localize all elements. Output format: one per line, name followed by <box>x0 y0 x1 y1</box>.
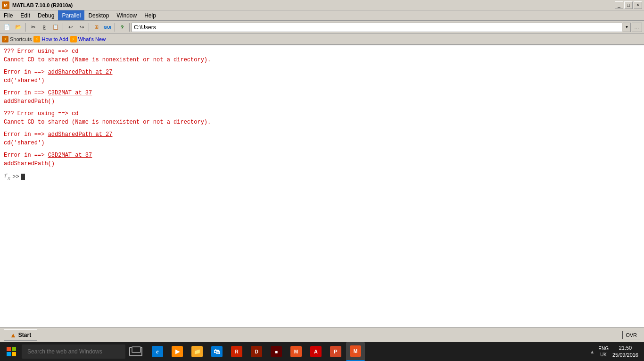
start-button[interactable]: ▲ Start <box>4 329 37 341</box>
error-link-c3d2mat-37-1[interactable]: C3D2MAT at 37 <box>48 90 92 96</box>
taskbar-ppt-icon[interactable]: P <box>326 342 345 361</box>
error-line-5-1: Error in ==> addSharedPath at 27 <box>4 130 640 139</box>
menu-edit[interactable]: Edit <box>17 10 34 20</box>
shortcut-whats-new-icon: ⚡ <box>70 36 77 42</box>
toolbar-undo-button[interactable]: ↩ <box>65 22 75 33</box>
error-block-6: Error in ==> C3D2MAT at 37 addSharedPath… <box>4 151 640 168</box>
svg-rect-2 <box>7 352 11 356</box>
shortcuts-icon: ⚡ <box>2 36 8 42</box>
error-line-4-1: ??? Error using ==> cd <box>4 109 640 118</box>
toolbar-browse-button[interactable]: … <box>632 23 642 32</box>
error-line-4-2: Cannot CD to shared (Name is nonexistent… <box>4 118 640 126</box>
menu-file[interactable]: File <box>0 10 17 20</box>
start-label: Start <box>18 332 31 338</box>
shortcut-how-to-add[interactable]: ⚡ How to Add <box>33 36 68 42</box>
taskbar-adobe-icon[interactable]: A <box>306 342 325 361</box>
error-line-2-2: cd('shared') <box>4 76 640 85</box>
toolbar-path-dropdown[interactable]: ▼ <box>623 23 631 32</box>
menubar: File Edit Debug Parallel Desktop Window … <box>0 10 644 21</box>
toolbar-separator-4 <box>115 23 115 32</box>
taskbar-matlab-active-icon[interactable]: M <box>346 342 365 361</box>
toolbar-paste-button[interactable]: 📋 <box>50 22 61 33</box>
windows-start-button[interactable] <box>2 342 21 361</box>
shortcut-whats-new[interactable]: ⚡ What's New <box>70 36 106 42</box>
titlebar-title: MATLAB 7.10.0 (R2010a) <box>12 2 73 8</box>
taskbar-locale: ENG UK <box>598 345 609 358</box>
taskbar-search-input[interactable] <box>22 344 125 359</box>
toolbar-help-button[interactable]: ? <box>117 22 127 33</box>
cursor <box>21 174 25 180</box>
shortcut-how-to-add-label: How to Add <box>41 36 68 42</box>
error-block-4: ??? Error using ==> cd Cannot CD to shar… <box>4 109 640 126</box>
taskbar-matlab-icon[interactable]: M <box>287 342 305 361</box>
toolbar-simulink-button[interactable]: ⊞ <box>91 22 101 33</box>
taskbar-lang: ENG <box>598 345 609 352</box>
taskbar-store-icon[interactable]: 🛍 <box>207 342 226 361</box>
error-block-3: Error in ==> C3D2MAT at 37 addSharedPath… <box>4 89 640 106</box>
titlebar-controls[interactable]: _ □ × <box>615 1 642 9</box>
error-line-5-2: cd('shared') <box>4 139 640 147</box>
toolbar-separator-3 <box>89 23 89 32</box>
shortcut-how-to-add-icon: ⚡ <box>33 36 40 42</box>
console-area[interactable]: ??? Error using ==> cd Cannot CD to shar… <box>0 45 644 327</box>
start-icon: ▲ <box>10 331 17 339</box>
titlebar: M MATLAB 7.10.0 (R2010a) _ □ × <box>0 0 644 10</box>
svg-rect-1 <box>12 347 16 351</box>
toolbar: 📄 📂 ✂ ⎘ 📋 ↩ ↪ ⊞ GUI ? C:\Users ▼ … <box>0 21 644 34</box>
taskbar-edge-icon[interactable]: e <box>148 342 167 361</box>
menu-window[interactable]: Window <box>113 10 140 20</box>
toolbar-guide-button[interactable]: GUI <box>102 22 113 33</box>
error-label-5-1: Error in ==> <box>4 131 48 138</box>
tray-expand-arrow[interactable]: ▲ <box>590 349 594 354</box>
error-line-3-1: Error in ==> C3D2MAT at 37 <box>4 89 640 97</box>
toolbar-path-input[interactable]: C:\Users <box>132 23 622 32</box>
prompt-symbol: >> <box>12 173 19 181</box>
taskbar-taskview-button[interactable] <box>126 342 145 361</box>
windows-taskbar: e ▶ 📁 🛍 R D ■ M A <box>0 342 644 361</box>
menu-desktop[interactable]: Desktop <box>84 10 113 20</box>
shortcutsbar: ⚡ Shortcuts ⚡ How to Add ⚡ What's New <box>0 34 644 45</box>
toolbar-cut-button[interactable]: ✂ <box>28 22 38 33</box>
error-link-addsharedpath-27-2[interactable]: addSharedPath at 27 <box>48 131 113 138</box>
windows-logo <box>7 347 16 356</box>
error-block-1: ??? Error using ==> cd Cannot CD to shar… <box>4 47 640 64</box>
matlab-icon: M <box>2 1 9 9</box>
toolbar-path-text: C:\Users <box>134 24 156 31</box>
console-prompt-line[interactable]: fx >> <box>4 172 640 182</box>
clock-time: 21:50 <box>612 344 638 352</box>
maximize-button[interactable]: □ <box>624 1 633 9</box>
error-line-6-1: Error in ==> C3D2MAT at 37 <box>4 151 640 160</box>
taskbar-redapp1-icon[interactable]: R <box>227 342 246 361</box>
shortcut-whats-new-label: What's New <box>78 36 106 42</box>
error-label-2-1: Error in ==> <box>4 69 48 76</box>
taskbar-apps: e ▶ 📁 🛍 R D ■ M A <box>148 342 365 361</box>
toolbar-separator-5 <box>129 23 130 32</box>
prompt-fx-icon: fx <box>4 172 10 182</box>
toolbar-new-button[interactable]: 📄 <box>2 22 12 33</box>
svg-rect-0 <box>7 347 11 351</box>
statusbar: ▲ Start OVR <box>0 327 644 342</box>
error-line-6-2: addSharedPath() <box>4 160 640 168</box>
taskbar-region: UK <box>598 352 609 358</box>
clock-date: 25/09/2016 <box>612 352 638 359</box>
taskbar-redapp2-icon[interactable]: D <box>247 342 266 361</box>
taskbar-files-icon[interactable]: 📁 <box>188 342 206 361</box>
error-link-addsharedpath-27[interactable]: addSharedPath at 27 <box>48 69 113 76</box>
toolbar-copy-button[interactable]: ⎘ <box>39 22 50 33</box>
error-line-1-2: Cannot CD to shared (Name is nonexistent… <box>4 56 640 64</box>
close-button[interactable]: × <box>634 1 642 9</box>
toolbar-open-button[interactable]: 📂 <box>13 22 24 33</box>
toolbar-redo-button[interactable]: ↪ <box>76 22 87 33</box>
error-line-2-1: Error in ==> addSharedPath at 27 <box>4 68 640 76</box>
error-label-6-1: Error in ==> <box>4 152 48 159</box>
menu-help[interactable]: Help <box>140 10 160 20</box>
taskbar-vlc-icon[interactable]: ▶ <box>168 342 187 361</box>
menu-parallel[interactable]: Parallel <box>58 10 84 20</box>
minimize-button[interactable]: _ <box>615 1 623 9</box>
error-line-3-2: addSharedPath() <box>4 97 640 106</box>
error-link-c3d2mat-37-2[interactable]: C3D2MAT at 37 <box>48 152 92 159</box>
menu-debug[interactable]: Debug <box>34 10 58 20</box>
taskbar-tray: ▲ <box>590 349 594 354</box>
taskbar-clock[interactable]: 21:50 25/09/2016 <box>612 344 638 359</box>
taskbar-redapp3-icon[interactable]: ■ <box>267 342 286 361</box>
